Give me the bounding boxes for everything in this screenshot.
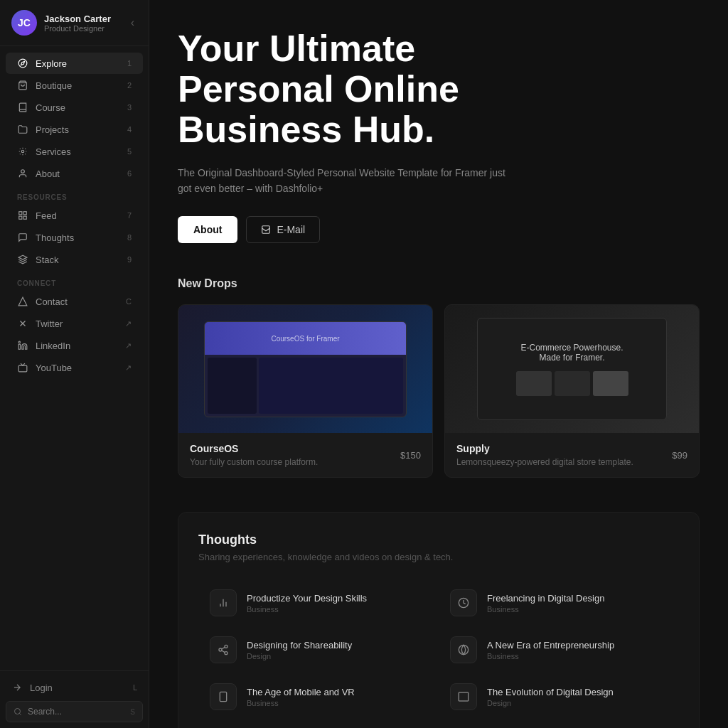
email-icon: [261, 225, 271, 235]
message-icon: [17, 232, 28, 243]
sidebar-item-stack-label: Stack: [36, 255, 120, 265]
sidebar-item-feed-label: Feed: [36, 210, 120, 221]
svg-rect-7: [19, 216, 22, 219]
connect-section-title: CONNECT: [0, 271, 149, 290]
login-label: Login: [30, 682, 53, 693]
login-item[interactable]: Login L: [6, 677, 143, 698]
sidebar-item-stack[interactable]: Stack 9: [6, 249, 143, 270]
search-input[interactable]: [28, 707, 124, 717]
svg-marker-9: [18, 255, 27, 259]
new-drops-title: New Drops: [178, 277, 700, 290]
thoughts-section: Thoughts Sharing experiences, knowledge …: [178, 512, 700, 728]
sidebar-item-services[interactable]: Services 5: [6, 141, 143, 162]
sidebar-item-linkedin-label: LinkedIn: [36, 341, 118, 351]
sidebar-item-contact-badge: C: [126, 297, 132, 306]
sidebar-item-feed-badge: 7: [127, 211, 132, 220]
resources-section-title: RESOURCES: [0, 185, 149, 204]
thoughts-section-title: Thoughts: [198, 532, 679, 547]
sidebar-item-youtube[interactable]: YouTube ↗: [6, 357, 143, 378]
thought-item-1[interactable]: Productize Your Design Skills Business: [198, 579, 439, 626]
svg-rect-13: [18, 344, 20, 349]
sidebar-item-linkedin[interactable]: LinkedIn ↗: [6, 335, 143, 356]
chart-bar-icon: [210, 589, 237, 616]
svg-rect-5: [19, 212, 22, 215]
user-profile[interactable]: JC Jackson Carter Product Designer ‹: [0, 0, 149, 46]
svg-rect-6: [23, 212, 26, 215]
thought-1-category: Business: [247, 605, 367, 614]
sidebar-item-contact-label: Contact: [36, 296, 119, 307]
sidebar-item-feed[interactable]: Feed 7: [6, 205, 143, 226]
svg-marker-10: [18, 297, 27, 306]
youtube-icon: [17, 362, 28, 373]
card-supply-price: $99: [672, 450, 687, 461]
thought-4-name: A New Era of Entrepreneurship: [487, 640, 614, 651]
login-badge: L: [133, 683, 137, 692]
arrow-right-icon: [11, 682, 23, 693]
hero-buttons: About E-Mail: [178, 216, 700, 243]
sidebar-item-about-label: About: [36, 168, 120, 179]
sidebar-item-services-badge: 5: [127, 147, 132, 156]
svg-point-14: [18, 341, 20, 343]
svg-point-24: [225, 646, 228, 648]
user-icon: [17, 168, 28, 179]
card-courseos[interactable]: CourseOS for Framer CourseOS Your fully …: [178, 304, 433, 478]
main-content: Your Ultimate Personal Online Business H…: [149, 0, 728, 728]
sidebar-item-course-badge: 3: [127, 103, 132, 112]
search-box[interactable]: S: [6, 701, 143, 722]
thought-6-category: Design: [487, 699, 614, 707]
svg-point-29: [459, 646, 468, 655]
email-button[interactable]: E-Mail: [246, 216, 320, 243]
sidebar-item-thoughts-label: Thoughts: [36, 232, 120, 243]
sidebar-item-course[interactable]: Course 3: [6, 97, 143, 118]
bag-icon: [17, 80, 28, 91]
thought-item-6[interactable]: The Evolution of Digital Design Design: [439, 673, 679, 720]
grid-icon: [17, 210, 28, 221]
user-name: Jackson Carter: [44, 14, 111, 24]
thought-3-category: Design: [247, 652, 352, 660]
sidebar-item-contact[interactable]: Contact C: [6, 291, 143, 312]
thoughts-section-subtitle: Sharing experiences, knowledge and video…: [198, 552, 679, 562]
triangle-icon: [17, 296, 28, 307]
thought-5-name: The Age of Mobile and VR: [247, 687, 355, 697]
thought-2-category: Business: [487, 605, 604, 614]
sidebar-item-explore-badge: 1: [127, 59, 132, 68]
sidebar-item-twitter-badge: ↗: [125, 319, 132, 328]
hero-title: Your Ultimate Personal Online Business H…: [178, 28, 547, 151]
linkedin-icon: [17, 340, 28, 351]
thought-4-category: Business: [487, 652, 614, 660]
sidebar-item-thoughts[interactable]: Thoughts 8: [6, 227, 143, 248]
thought-item-4[interactable]: A New Era of Entrepreneurship Business: [439, 626, 679, 673]
thoughts-grid: Productize Your Design Skills Business F…: [198, 579, 679, 720]
sidebar-item-projects[interactable]: Projects 4: [6, 119, 143, 140]
email-button-label: E-Mail: [277, 224, 305, 235]
settings-icon: [17, 146, 28, 157]
sidebar-item-stack-badge: 9: [127, 255, 132, 264]
about-button[interactable]: About: [178, 216, 237, 243]
card-courseos-price: $150: [400, 450, 421, 461]
sidebar-item-twitter-label: Twitter: [36, 318, 118, 329]
sidebar-navigation: Explore 1 Boutique 2 Course 3 Projects 4: [0, 46, 149, 670]
sidebar-bottom: Login L S: [0, 670, 149, 728]
search-key: S: [130, 708, 135, 716]
thought-3-name: Designing for Shareability: [247, 640, 352, 651]
svg-point-0: [18, 59, 27, 68]
thought-item-3[interactable]: Designing for Shareability Design: [198, 626, 439, 673]
thought-item-2[interactable]: Freelancing in Digital Design Business: [439, 579, 679, 626]
hero-subtitle: The Original Dashboard-Styled Personal W…: [178, 165, 519, 197]
thought-item-5[interactable]: The Age of Mobile and VR Business: [198, 673, 439, 720]
svg-rect-15: [18, 365, 27, 372]
sidebar-item-youtube-badge: ↗: [125, 363, 132, 373]
card-supply[interactable]: E-Commerce Powerhouse.Made for Framer. S…: [444, 304, 700, 478]
svg-rect-30: [220, 692, 226, 702]
sidebar-item-explore[interactable]: Explore 1: [6, 53, 143, 74]
sidebar-item-about[interactable]: About 6: [6, 163, 143, 184]
sidebar-item-boutique[interactable]: Boutique 2: [6, 75, 143, 96]
sidebar-item-twitter[interactable]: Twitter ↗: [6, 313, 143, 334]
compass-circle-icon: [450, 636, 477, 663]
thought-6-name: The Evolution of Digital Design: [487, 687, 614, 697]
clock-fast-icon: [450, 589, 477, 616]
svg-point-17: [15, 709, 21, 714]
svg-point-3: [21, 150, 24, 153]
collapse-button[interactable]: ‹: [128, 14, 137, 32]
svg-point-26: [225, 652, 228, 655]
